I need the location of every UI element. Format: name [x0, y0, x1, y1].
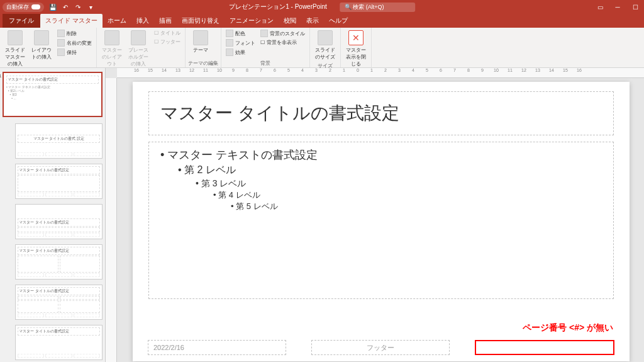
minimize-icon[interactable]: ─	[611, 4, 624, 11]
preserve-button[interactable]: 保持	[55, 48, 94, 57]
tab-file[interactable]: ファイル	[3, 14, 40, 28]
document-title: プレゼンテーション1 - PowerPoint	[229, 3, 327, 11]
body-level-2: 第 2 レベル	[178, 163, 602, 177]
thumb-master[interactable]: マスター タイトルの書式設定 • マスター テキストの書式設定 • 第2レベル …	[3, 72, 103, 117]
search-placeholder: 検索 (Alt+Q)	[353, 4, 384, 10]
quick-access-toolbar: 💾 ↶ ↷ ▾	[48, 2, 96, 12]
ribbon-group-close: ✕ マスター表示を閉じる 閉じる	[341, 28, 372, 67]
title-bar: 自動保存 💾 ↶ ↷ ▾ プレゼンテーション1 - PowerPoint 🔍 検…	[0, 0, 644, 14]
tab-review[interactable]: 校閲	[279, 14, 301, 28]
horizontal-ruler[interactable]: 1615141312111098765432101234567891011121…	[117, 68, 644, 78]
thumb-layout-title-slide[interactable]: マスター タイトルの書式 設定	[15, 123, 103, 159]
placeholder-insert-button: プレースホルダーの挿入	[126, 29, 151, 69]
save-icon[interactable]: 💾	[48, 2, 58, 12]
ribbon-group-background: 配色 フォント 効果 背景のスタイル ☐ 背景を非表示 背景	[221, 28, 310, 67]
themes-icon	[193, 30, 208, 45]
footers-checkbox: ☐ フッター	[152, 38, 182, 46]
ribbon-group-theme: テーマ テーマの編集	[186, 28, 221, 67]
tab-slide-master[interactable]: スライド マスター	[40, 14, 103, 28]
date-placeholder[interactable]: 2022/2/16	[148, 340, 286, 355]
themes-button[interactable]: テーマ	[188, 29, 213, 55]
tab-animations[interactable]: アニメーション	[225, 14, 279, 28]
rename-icon	[57, 39, 65, 47]
layout-icon	[34, 30, 49, 45]
annotation-text: ページ番号 <#> が無い	[523, 322, 613, 334]
delete-icon	[57, 30, 65, 37]
ribbon-group-master-layout: マスターのレイアウト プレースホルダーの挿入 ☐ タイトル ☐ フッター マスタ…	[97, 28, 186, 67]
master-title-placeholder[interactable]: マスター タイトルの書式設定	[148, 91, 614, 135]
thumbnail-panel[interactable]: マスター タイトルの書式設定 • マスター テキストの書式設定 • 第2レベル …	[0, 68, 106, 362]
ribbon-group-master-edit: スライド マスターの挿入 レイアウトの挿入 削除 名前の変更 保持 マスターの編…	[0, 28, 97, 67]
bg-styles-icon	[260, 30, 268, 37]
thumb-layout-two-content[interactable]: マスター タイトルの書式設定	[15, 244, 103, 280]
title-checkbox: ☐ タイトル	[152, 29, 182, 37]
master-body-placeholder[interactable]: マスター テキストの書式設定 第 2 レベル 第 3 レベル 第 4 レベル 第…	[148, 142, 614, 299]
effects-icon	[226, 48, 233, 56]
body-level-1: マスター テキストの書式設定	[160, 147, 602, 163]
tab-view[interactable]: 表示	[301, 14, 324, 28]
thumb-layout-title-content[interactable]: マスター タイトルの書式設定	[15, 164, 103, 199]
undo-icon[interactable]: ↶	[60, 2, 70, 12]
close-master-icon: ✕	[348, 30, 364, 45]
bg-styles-button[interactable]: 背景のスタイル	[258, 29, 307, 38]
body-level-5: 第 5 レベル	[231, 201, 602, 212]
search-box[interactable]: 🔍 検索 (Alt+Q)	[340, 3, 415, 12]
tab-home[interactable]: ホーム	[103, 14, 131, 28]
slide-master-icon	[8, 30, 23, 45]
delete-button[interactable]: 削除	[55, 29, 94, 38]
tab-draw[interactable]: 描画	[154, 14, 177, 28]
redo-icon[interactable]: ↷	[73, 2, 83, 12]
colors-icon	[226, 30, 233, 37]
master-layout-button: マスターのレイアウト	[99, 29, 125, 69]
search-icon: 🔍	[345, 4, 352, 10]
slide-master[interactable]: マスター タイトルの書式設定 マスター テキストの書式設定 第 2 レベル 第 …	[133, 82, 630, 361]
tab-insert[interactable]: 挿入	[131, 14, 154, 28]
thumb-layout-comparison[interactable]: マスター タイトルの書式設定	[15, 285, 103, 320]
editor-area: マスター タイトルの書式設定 • マスター テキストの書式設定 • 第2レベル …	[0, 68, 644, 362]
ribbon-display-icon[interactable]: ▭	[594, 4, 606, 11]
dropdown-icon[interactable]: ▾	[86, 2, 96, 12]
colors-button[interactable]: 配色	[224, 29, 257, 38]
slide-size-button[interactable]: スライドのサイズ	[313, 29, 338, 62]
rename-button[interactable]: 名前の変更	[55, 38, 94, 47]
preserve-icon	[57, 48, 65, 56]
slide-size-icon	[318, 30, 333, 45]
group-label-bg: 背景	[224, 59, 307, 67]
ribbon-tabs: ファイル スライド マスター ホーム 挿入 描画 画面切り替え アニメーション …	[0, 14, 644, 28]
insert-slide-master-button[interactable]: スライド マスターの挿入	[3, 29, 28, 69]
master-layout-icon	[104, 30, 119, 45]
maximize-icon[interactable]: ☐	[629, 4, 641, 11]
insert-layout-button[interactable]: レイアウトの挿入	[29, 29, 54, 62]
ribbon-group-size: スライドのサイズ サイズ	[310, 28, 341, 67]
thumb-layout-title-only[interactable]: マスター タイトルの書式設定	[15, 325, 103, 360]
body-level-3: 第 3 レベル	[196, 178, 602, 190]
thumb-layout-section-header[interactable]: マスター タイトルの書式設定	[15, 204, 103, 239]
effects-button[interactable]: 効果	[224, 48, 257, 57]
placeholder-icon	[131, 30, 146, 45]
slide-canvas-area: 1615141312111098765432101234567891011121…	[106, 68, 644, 362]
fonts-icon	[226, 39, 233, 47]
close-master-button[interactable]: ✕ マスター表示を閉じる	[343, 29, 369, 69]
autosave-toggle[interactable]: 自動保存	[3, 3, 44, 12]
toggle-pill-icon	[31, 4, 40, 9]
group-label-theme: テーマの編集	[188, 59, 218, 67]
tab-transitions[interactable]: 画面切り替え	[177, 14, 225, 28]
tab-help[interactable]: ヘルプ	[324, 14, 353, 28]
page-number-placeholder[interactable]	[475, 340, 614, 355]
autosave-label: 自動保存	[6, 3, 29, 11]
vertical-ruler[interactable]	[106, 78, 117, 362]
fonts-button[interactable]: フォント	[224, 38, 257, 47]
hide-bg-checkbox[interactable]: ☐ 背景を非表示	[258, 38, 307, 47]
body-level-4: 第 4 レベル	[213, 189, 602, 201]
ribbon: スライド マスターの挿入 レイアウトの挿入 削除 名前の変更 保持 マスターの編…	[0, 28, 644, 68]
footer-placeholder[interactable]: フッター	[311, 340, 450, 355]
